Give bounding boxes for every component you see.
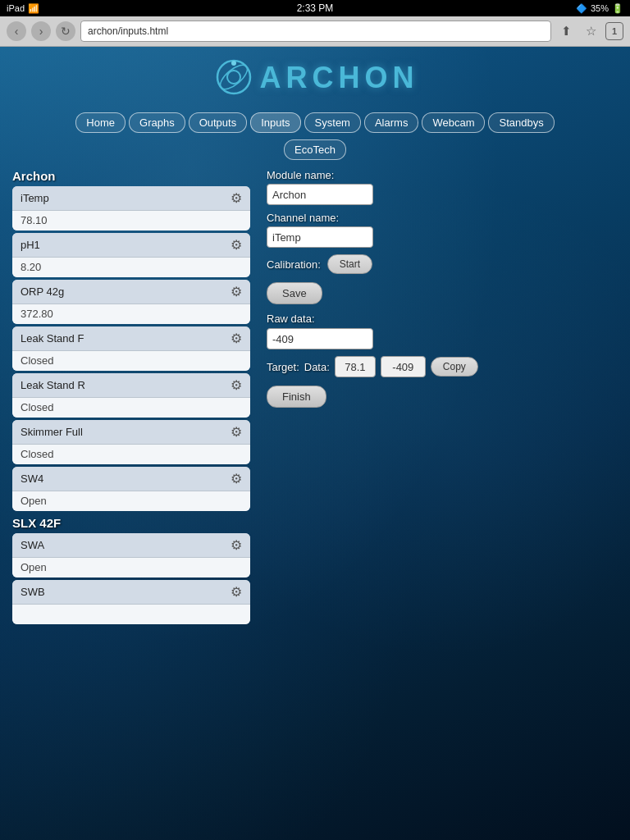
calibration-label: Calibration: (267, 258, 321, 271)
right-panel: Module name: Channel name: Calibration: … (267, 169, 618, 627)
target-data-row: Target: Data: 78.1 -409 Copy (267, 356, 618, 377)
input-name-leakr: Leak Stand R (21, 379, 85, 391)
nav-ecotech[interactable]: EcoTech (284, 139, 346, 160)
input-value-leakf: Closed (12, 351, 250, 371)
nav-home[interactable]: Home (75, 112, 126, 133)
nav-inputs[interactable]: Inputs (250, 112, 300, 133)
raw-data-label: Raw data: (267, 313, 618, 325)
logo-icon (212, 55, 257, 100)
wifi-icon: 📶 (28, 3, 39, 14)
gear-icon-sw4[interactable]: ⚙ (231, 471, 242, 486)
gear-icon-orp[interactable]: ⚙ (231, 284, 242, 299)
calibration-start-button[interactable]: Start (327, 254, 372, 274)
left-panel: Archon iTemp ⚙ 78.10 pH1 ⚙ 8.20 ORP 42g … (12, 169, 250, 627)
input-card-leakr: Leak Stand R ⚙ Closed (12, 373, 250, 418)
channel-name-input[interactable] (267, 226, 373, 248)
input-name-skimmer: Skimmer Full (21, 426, 83, 438)
input-value-leakr: Closed (12, 398, 250, 418)
svg-point-3 (231, 61, 236, 66)
bluetooth-icon: 🔷 (576, 3, 587, 14)
gear-icon-leakr[interactable]: ⚙ (231, 377, 242, 393)
nav-bar: Home Graphs Outputs Inputs System Alarms… (0, 107, 630, 138)
logo-text: ARCHON (260, 61, 419, 95)
carrier-label: iPad (7, 3, 25, 13)
battery-icon: 🔋 (612, 3, 623, 14)
input-name-swb: SWB (21, 586, 45, 598)
tab-count[interactable]: 1 (605, 22, 623, 40)
input-value-swa: Open (12, 558, 250, 578)
calibration-row: Calibration: Start (267, 254, 618, 274)
forward-button[interactable]: › (31, 21, 51, 41)
input-value-itemp: 78.10 (12, 211, 250, 231)
refresh-button[interactable]: ↻ (56, 21, 75, 41)
nav-graphs[interactable]: Graphs (129, 112, 185, 133)
nav-bar-2: EcoTech (0, 138, 630, 165)
input-card-ph1: pH1 ⚙ 8.20 (12, 233, 250, 277)
input-name-sw4: SW4 (21, 472, 43, 485)
gear-icon-skimmer[interactable]: ⚙ (231, 424, 242, 440)
input-value-swb (12, 605, 250, 624)
input-card-orp: ORP 42g ⚙ 372.80 (12, 280, 250, 324)
page-content: ARCHON Home Graphs Outputs Inputs System… (0, 47, 630, 631)
nav-alarms[interactable]: Alarms (364, 112, 418, 133)
group-slx-label: SLX 42F (12, 516, 250, 530)
browser-chrome: ‹ › ↻ archon/inputs.html ⬆ ☆ 1 (0, 16, 630, 47)
gear-icon-swb[interactable]: ⚙ (231, 584, 242, 600)
data-label-inline: Data: (304, 361, 330, 373)
bookmark-button[interactable]: ☆ (581, 21, 600, 41)
address-bar[interactable]: archon/inputs.html (80, 21, 551, 42)
back-button[interactable]: ‹ (7, 21, 26, 41)
main-content: Archon iTemp ⚙ 78.10 pH1 ⚙ 8.20 ORP 42g … (0, 165, 630, 631)
input-value-sw4: Open (12, 491, 250, 511)
group-archon-label: Archon (12, 169, 250, 183)
input-name-orp: ORP 42g (21, 285, 64, 298)
logo-section: ARCHON (0, 47, 630, 107)
input-name-ph1: pH1 (21, 239, 40, 251)
module-name-label: Module name: (267, 169, 618, 181)
input-name-itemp: iTemp (21, 192, 49, 204)
battery-label: 35% (591, 3, 609, 13)
channel-name-label: Channel name: (267, 212, 618, 224)
nav-outputs[interactable]: Outputs (189, 112, 248, 133)
time-display: 2:33 PM (297, 2, 334, 14)
input-card-sw4: SW4 ⚙ Open (12, 467, 250, 511)
input-name-leakf: Leak Stand F (21, 332, 84, 345)
nav-standbys[interactable]: Standbys (488, 112, 554, 133)
finish-button[interactable]: Finish (267, 386, 326, 408)
input-card-swb: SWB ⚙ (12, 580, 250, 624)
svg-point-1 (227, 71, 240, 84)
input-value-ph1: 8.20 (12, 258, 250, 277)
nav-webcam[interactable]: Webcam (422, 112, 485, 133)
data-value-display: -409 (381, 356, 426, 377)
target-label: Target: (267, 361, 299, 373)
share-button[interactable]: ⬆ (556, 21, 576, 41)
gear-icon-ph1[interactable]: ⚙ (231, 237, 242, 253)
input-card-skimmer: Skimmer Full ⚙ Closed (12, 420, 250, 464)
input-value-orp: 372.80 (12, 304, 250, 324)
target-value-display: 78.1 (335, 356, 376, 377)
gear-icon-itemp[interactable]: ⚙ (231, 190, 242, 206)
input-name-swa: SWA (21, 539, 44, 551)
module-name-input[interactable] (267, 184, 373, 205)
gear-icon-leakf[interactable]: ⚙ (231, 331, 242, 346)
save-button[interactable]: Save (267, 282, 322, 304)
status-bar: iPad 📶 2:33 PM 🔷 35% 🔋 (0, 0, 630, 16)
url-text: archon/inputs.html (88, 25, 168, 37)
gear-icon-swa[interactable]: ⚙ (231, 537, 242, 553)
raw-data-input[interactable] (267, 328, 373, 349)
input-card-leakf: Leak Stand F ⚙ Closed (12, 326, 250, 371)
input-value-skimmer: Closed (12, 445, 250, 464)
copy-button[interactable]: Copy (431, 357, 478, 377)
input-card-itemp: iTemp ⚙ 78.10 (12, 186, 250, 231)
input-card-swa: SWA ⚙ Open (12, 533, 250, 578)
nav-system[interactable]: System (304, 112, 361, 133)
